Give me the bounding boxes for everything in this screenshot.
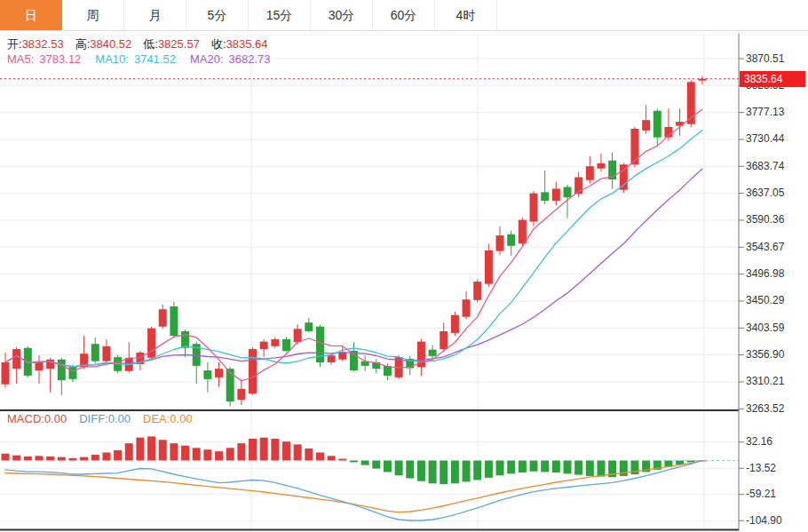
price-axis-label: 3450.29 xyxy=(746,294,784,306)
low-value: 3825.57 xyxy=(158,37,200,51)
ma20-label: MA20: xyxy=(190,52,224,66)
macd-value: MACD:0.00 xyxy=(7,412,67,425)
tab-60min[interactable]: 60分 xyxy=(373,0,435,30)
tab-15min[interactable]: 15分 xyxy=(249,0,311,30)
tab-5min[interactable]: 5分 xyxy=(186,0,249,30)
close-value: 3835.64 xyxy=(226,37,268,51)
diff-value: DIFF:0.00 xyxy=(79,412,131,425)
price-axis-label: 3310.21 xyxy=(746,375,784,387)
high-value: 3840.52 xyxy=(90,37,131,51)
macd-axis-label: -13.52 xyxy=(746,462,776,474)
price-axis-label: 3590.36 xyxy=(746,213,784,226)
macd-axis-label: -104.90 xyxy=(746,514,782,527)
open-value: 3832.53 xyxy=(22,37,64,51)
price-axis-label: 3403.59 xyxy=(746,322,784,334)
timeframe-tabbar: 日周月5分15分30分60分4时 xyxy=(0,0,808,31)
tab-day[interactable]: 日 xyxy=(0,0,62,30)
macd-axis-label: -59.21 xyxy=(746,488,776,500)
price-axis-label: 3777.13 xyxy=(746,106,784,118)
dea-value: DEA:0.00 xyxy=(143,412,193,425)
current-price-tag: 3835.64 xyxy=(740,71,805,87)
ma10-label: MA10: xyxy=(95,52,129,66)
close-label: 收: xyxy=(211,37,226,51)
tab-week[interactable]: 周 xyxy=(62,0,124,30)
ma20-value: 3682.73 xyxy=(229,52,271,66)
ma5-value: 3783.12 xyxy=(39,52,81,66)
ma-legend: MA5:3783.12MA10:3741.52MA20:3682.73 xyxy=(7,52,276,66)
high-label: 高: xyxy=(75,37,91,51)
ma5-label: MA5: xyxy=(7,52,34,66)
quote-bar: 开:3832.53高:3840.52低:3825.57收:3835.64 xyxy=(7,36,280,52)
macd-axis-label: 32.16 xyxy=(746,435,772,448)
low-label: 低: xyxy=(143,37,158,51)
open-label: 开: xyxy=(7,37,22,51)
chart-canvas[interactable] xyxy=(0,0,808,532)
price-axis-label: 3263.52 xyxy=(746,402,784,415)
ma10-value: 3741.52 xyxy=(134,52,176,66)
price-axis-label: 3496.98 xyxy=(746,267,784,280)
price-axis-label: 3543.67 xyxy=(746,241,784,253)
price-axis-label: 3637.05 xyxy=(746,187,784,199)
price-axis-label: 3683.74 xyxy=(746,160,784,172)
tab-30min[interactable]: 30分 xyxy=(311,0,373,30)
price-axis-label: 3870.51 xyxy=(746,52,784,65)
tab-4hour[interactable]: 4时 xyxy=(435,0,497,30)
price-axis-label: 3356.90 xyxy=(746,348,784,361)
macd-legend: MACD:0.00DIFF:0.00DEA:0.00 xyxy=(7,412,205,425)
tab-month[interactable]: 月 xyxy=(124,0,186,30)
price-axis-label: 3730.44 xyxy=(746,132,784,145)
